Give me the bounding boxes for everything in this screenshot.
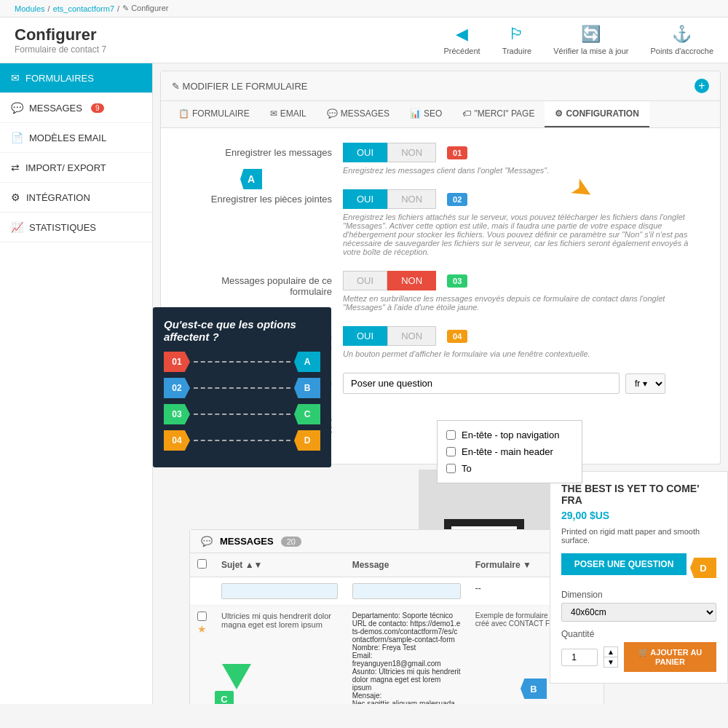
qty-stepper[interactable]: ▲ ▼: [604, 646, 618, 668]
dark-letter-d: D: [294, 430, 320, 451]
prev-button[interactable]: ◀ Précédent: [443, 25, 480, 55]
tab-configuration-label: CONFIGURATION: [566, 108, 638, 119]
toggle-messages-non[interactable]: NON: [387, 143, 436, 162]
toggle-popular-oui[interactable]: OUI: [343, 271, 387, 290]
sidebar-item-stats[interactable]: 📈 STATISTIQUES: [0, 213, 152, 242]
dimension-label: Dimension: [561, 590, 716, 600]
prev-icon: ◀: [456, 25, 468, 44]
sidebar-item-modeles[interactable]: 📄 MODÈLES EMAIL: [0, 123, 152, 153]
prev-label: Précédent: [443, 47, 480, 55]
tab-email[interactable]: ✉ EMAIL: [260, 101, 317, 127]
sidebar-import-label: IMPORT/ EXPORT: [25, 162, 106, 173]
sidebar-item-integration[interactable]: ⚙ INTÉGRATION: [0, 183, 152, 213]
anchor-button[interactable]: ⚓ Points d'accroche: [651, 25, 713, 55]
intitule-input[interactable]: [343, 373, 620, 394]
toggle-pieces-oui[interactable]: OUI: [343, 189, 387, 209]
msg-mensaje-label: Mensaje:: [352, 692, 461, 700]
breadcrumb-modules[interactable]: Modules: [15, 4, 45, 13]
table-row: ★ Ultricies mi quis hendrerit dolor magn…: [190, 606, 604, 705]
toggle-pieces: OUI NON: [343, 189, 436, 209]
qty-up[interactable]: ▲: [604, 647, 617, 657]
config-field-button: OUI NON 04 Un bouton permet d'afficher l…: [343, 326, 698, 358]
tab-seo[interactable]: 📊 SEO: [400, 101, 452, 127]
checkbox-toc-label: To: [462, 463, 472, 474]
tabs-bar: 📋 FORMULAIRE ✉ EMAIL 💬 MESSAGES 📊 SEO 🏷: [161, 101, 720, 128]
col-checkbox: [190, 553, 214, 577]
dark-line-01: [194, 361, 290, 363]
msg-mensaje: Nec sagittis aliquam malesuada bibendum …: [352, 700, 461, 704]
sort-arrows[interactable]: ▲▼: [245, 560, 263, 570]
star-icon[interactable]: ★: [197, 623, 207, 635]
breadcrumb-plugin[interactable]: ets_contactform7: [53, 4, 114, 13]
config-row-messages: Enregistrer les messages OUI NON 01 Enre…: [183, 143, 698, 175]
col-message: Message: [345, 553, 468, 577]
dark-row-03: 03 C: [164, 404, 320, 424]
tab-messages[interactable]: 💬 MESSAGES: [317, 101, 400, 127]
filter-sujet-cell: [214, 577, 345, 606]
dimension-select[interactable]: 40x60cm: [561, 603, 716, 622]
tab-formulaire-label: FORMULAIRE: [192, 108, 250, 119]
qty-input[interactable]: [561, 649, 598, 666]
poser-question-button[interactable]: POSER UNE QUESTION: [561, 553, 687, 575]
verify-button[interactable]: 🔄 Vérifier la mise à jour: [553, 25, 628, 55]
msg-email: Email: freyanguyen18@gmail.com: [352, 652, 461, 668]
qty-down[interactable]: ▼: [604, 657, 617, 667]
tab-formulaire[interactable]: 📋 FORMULAIRE: [168, 101, 260, 127]
dark-line-04: [194, 440, 290, 441]
sidebar-item-formulaires[interactable]: ✉ FORMULAIRES: [0, 63, 152, 93]
sidebar-item-messages[interactable]: 💬 MESSAGES 9: [0, 93, 152, 123]
integration-icon: ⚙: [11, 191, 20, 203]
messages-table: Sujet ▲▼ Message Formulaire ▼: [190, 553, 604, 704]
config-field-intitule: fr ▾: [343, 373, 698, 394]
poser-btn-row: POSER UNE QUESTION D: [561, 553, 716, 582]
top-actions: ◀ Précédent 🏳 Traduire 🔄 Vérifier la mis…: [443, 25, 713, 55]
ajouter-panier-button[interactable]: 🛒 AJOUTER AU PANIER: [624, 642, 716, 672]
checkbox-toc[interactable]: To: [446, 460, 573, 477]
tab-messages-label: MESSAGES: [341, 108, 389, 119]
cart-icon: 🛒: [638, 648, 649, 657]
row-check[interactable]: [197, 612, 207, 621]
sidebar-item-import[interactable]: ⇄ IMPORT/ EXPORT: [0, 153, 152, 183]
stats-icon: 📈: [11, 221, 23, 233]
config-help-pieces: Enregistrez les fichiers attachés sur le…: [343, 213, 698, 256]
filter-sujet[interactable]: [221, 583, 338, 599]
tab-email-icon: ✉: [270, 108, 277, 119]
checkbox-entete-main[interactable]: En-tête - main header: [446, 443, 573, 460]
checkbox-entete-main-input[interactable]: [446, 447, 456, 456]
filter-checkbox-cell: [190, 577, 214, 606]
toggle-popular-non[interactable]: NON: [387, 271, 436, 290]
toggle-pieces-non[interactable]: NON: [387, 189, 436, 209]
product-desc: Printed on rigid matt paper and smooth s…: [561, 527, 716, 545]
config-field-pieces: OUI NON 02 Enregistrez les fichiers atta…: [343, 189, 698, 256]
row-checkbox: ★: [190, 606, 214, 705]
dark-letter-c: C: [294, 404, 320, 424]
formulaire-sort[interactable]: ▼: [523, 560, 531, 570]
product-panel: THE BEST IS YET TO COME' FRA 29,00 $US P…: [550, 471, 728, 684]
checkbox-toc-input[interactable]: [446, 464, 456, 473]
checkbox-entete-top[interactable]: En-tête - top navigation: [446, 427, 573, 443]
translate-icon: 🏳: [509, 25, 525, 44]
row-message-detail: Departamento: Soporte técnico URL de con…: [345, 606, 468, 705]
translate-button[interactable]: 🏳 Traduire: [502, 25, 532, 55]
checkbox-entete-top-input[interactable]: [446, 430, 456, 440]
lang-selector[interactable]: fr ▾: [625, 373, 665, 394]
ajouter-label: AJOUTER AU PANIER: [650, 648, 702, 666]
toggle-messages-oui[interactable]: OUI: [343, 143, 387, 162]
tab-merci-icon: 🏷: [462, 108, 471, 119]
tab-configuration[interactable]: ⚙ CONFIGURATION: [545, 101, 649, 127]
dark-row-01: 01 A: [164, 352, 320, 372]
toggle-button-oui[interactable]: OUI: [343, 326, 387, 346]
toggle-button-non[interactable]: NON: [387, 326, 436, 346]
tab-seo-icon: 📊: [410, 108, 421, 119]
select-all-checkbox[interactable]: [197, 559, 207, 569]
page-subtitle: Formulaire de contact 7: [15, 44, 106, 55]
messages-panel-label: MESSAGES: [220, 536, 274, 547]
messages-panel-icon: 💬: [201, 536, 213, 547]
annot-04: 04: [447, 330, 467, 343]
filter-message[interactable]: [352, 583, 461, 599]
tab-merci[interactable]: 🏷 "MERCI" PAGE: [452, 101, 545, 127]
sidebar-messages-label: MESSAGES: [29, 103, 82, 114]
add-button[interactable]: +: [695, 79, 709, 93]
messages-badge: 9: [91, 103, 104, 113]
qty-row: ▲ ▼ 🛒 AJOUTER AU PANIER: [561, 642, 716, 672]
